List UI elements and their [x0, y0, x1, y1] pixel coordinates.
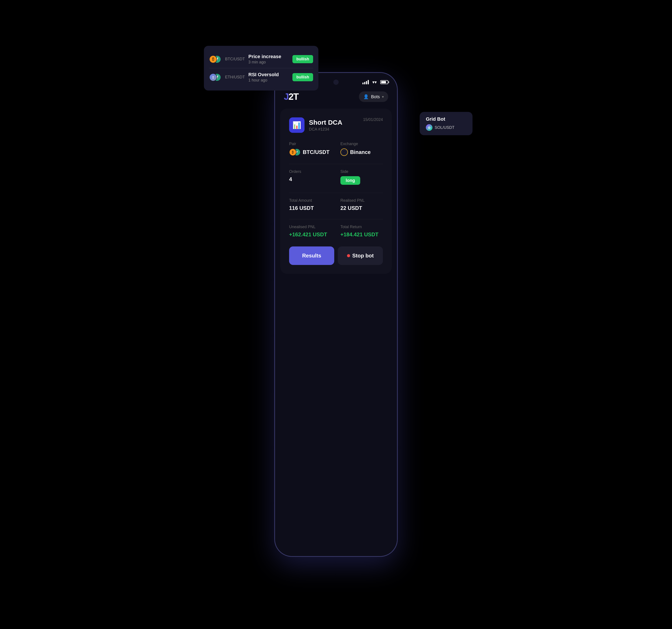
- battery-icon: [380, 80, 388, 84]
- realised-pnl-label: Realised PNL: [340, 198, 383, 203]
- card-title: Short DCA: [309, 119, 342, 126]
- grid-bot-card: Grid Bot ◎ SOL/USDT: [420, 112, 473, 135]
- results-button[interactable]: Results: [289, 247, 334, 265]
- scene: ₿ ₮ BTC/USDT Price increase 3 min ago bu…: [204, 28, 468, 601]
- app-logo: J2T: [284, 91, 298, 102]
- notification-row-eth: Ξ ₮ ETH/USDT RSI Oversold 1 hour ago bul…: [209, 68, 313, 86]
- eth-icon: Ξ: [209, 73, 217, 81]
- side-label: Side: [340, 169, 383, 174]
- pair-icons: ₿ ₮: [289, 148, 301, 156]
- grid-bot-title: Grid Bot: [426, 116, 466, 122]
- unrealised-pnl-label: Unealised PNL: [289, 225, 332, 229]
- phone: ▾▾ J2T 👤 Bots ▾: [274, 72, 398, 557]
- phone-inner: ▾▾ J2T 👤 Bots ▾: [275, 73, 397, 556]
- divider-2: [289, 193, 383, 193]
- exchange-label: Exchange: [340, 142, 383, 146]
- notification-row-btc: ₿ ₮ BTC/USDT Price increase 3 min ago bu…: [209, 50, 313, 68]
- btc-usdt-icons: ₿ ₮: [209, 55, 221, 63]
- stop-bot-label: Stop bot: [352, 253, 374, 259]
- grid-bot-pair-label: SOL/USDT: [435, 125, 454, 130]
- unrealised-pnl-value: +162.421 USDT: [289, 231, 332, 238]
- card-title-block: Short DCA DCA #1234: [309, 119, 342, 132]
- notif-title-btc: Price increase: [248, 54, 292, 60]
- side-col: Side long: [340, 169, 383, 185]
- orders-col: Orders 4: [289, 169, 332, 185]
- unrealised-return-row: Unealised PNL +162.421 USDT Total Return…: [289, 225, 383, 238]
- binance-icon: ⬡: [340, 148, 348, 156]
- pair-display: ₿ ₮ BTC/USDT: [289, 148, 332, 156]
- main-card: 📊 Short DCA DCA #1234 15/01/2024 Pair: [280, 109, 392, 274]
- stop-dot-icon: [347, 254, 350, 257]
- notif-pair-eth: ETH/USDT: [225, 75, 245, 79]
- card-header: 📊 Short DCA DCA #1234 15/01/2024: [289, 117, 383, 133]
- total-return-label: Total Return: [340, 225, 383, 229]
- total-return-value: +184.421 USDT: [340, 231, 383, 238]
- divider-3: [289, 219, 383, 219]
- orders-side-row: Orders 4 Side long: [289, 169, 383, 185]
- notif-pair-btc: BTC/USDT: [225, 57, 245, 62]
- exchange-col: Exchange ⬡ Binance: [340, 142, 383, 156]
- notif-time-btc: 3 min ago: [248, 60, 292, 65]
- notification-card: ₿ ₮ BTC/USDT Price increase 3 min ago bu…: [204, 46, 318, 91]
- orders-side-section: Orders 4 Side long: [289, 169, 383, 185]
- total-return-col: Total Return +184.421 USDT: [340, 225, 383, 238]
- bots-label: Bots: [371, 94, 380, 99]
- notif-title-eth: RSI Oversold: [248, 72, 292, 77]
- pair-value: BTC/USDT: [303, 149, 329, 155]
- exchange-value: Binance: [350, 149, 370, 155]
- notif-text-eth: RSI Oversold 1 hour ago: [248, 72, 292, 83]
- realised-pnl-col: Realised PNL 22 USDT: [340, 198, 383, 211]
- side-badge: long: [340, 176, 360, 185]
- unrealised-pnl-col: Unealised PNL +162.421 USDT: [289, 225, 332, 238]
- button-row: Results Stop bot: [289, 247, 383, 265]
- card-title-area: 📊 Short DCA DCA #1234: [289, 117, 342, 133]
- total-amount-col: Total Amount 116 USDT: [289, 198, 332, 211]
- camera-notch: [333, 79, 339, 85]
- notif-time-eth: 1 hour ago: [248, 78, 292, 83]
- pair-exchange-section: Pair ₿ ₮ BTC/USDT Exchange: [289, 142, 383, 156]
- grid-bot-pair: ◎ SOL/USDT: [426, 124, 466, 131]
- pair-label: Pair: [289, 142, 332, 146]
- bots-nav[interactable]: 👤 Bots ▾: [359, 91, 388, 102]
- amount-pnl-section: Total Amount 116 USDT Realised PNL 22 US…: [289, 198, 383, 211]
- sol-icon: ◎: [426, 124, 432, 131]
- orders-value: 4: [289, 176, 332, 182]
- realised-pnl-value: 22 USDT: [340, 205, 383, 211]
- chevron-down-icon: ▾: [382, 95, 384, 99]
- wifi-icon: ▾▾: [372, 79, 377, 85]
- bullish-badge-eth: bullish: [292, 73, 313, 81]
- card-date: 15/01/2024: [363, 117, 383, 122]
- orders-label: Orders: [289, 169, 332, 174]
- pair-exchange-row: Pair ₿ ₮ BTC/USDT Exchange: [289, 142, 383, 156]
- bullish-badge-btc: bullish: [292, 55, 313, 63]
- pair-btc-icon: ₿: [289, 148, 296, 156]
- card-subtitle: DCA #1234: [309, 127, 342, 132]
- dca-icon: 📊: [289, 117, 305, 133]
- bots-icon: 👤: [363, 94, 369, 99]
- notif-text-btc: Price increase 3 min ago: [248, 54, 292, 65]
- eth-usdt-icons: Ξ ₮: [209, 73, 221, 81]
- unrealised-return-section: Unealised PNL +162.421 USDT Total Return…: [289, 225, 383, 238]
- total-amount-label: Total Amount: [289, 198, 332, 203]
- btc-icon: ₿: [209, 55, 217, 63]
- total-amount-value: 116 USDT: [289, 205, 332, 211]
- signal-icon: [362, 80, 369, 84]
- pair-col: Pair ₿ ₮ BTC/USDT: [289, 142, 332, 156]
- amount-pnl-row: Total Amount 116 USDT Realised PNL 22 US…: [289, 198, 383, 211]
- stop-bot-button[interactable]: Stop bot: [338, 247, 383, 265]
- exchange-display: ⬡ Binance: [340, 148, 383, 156]
